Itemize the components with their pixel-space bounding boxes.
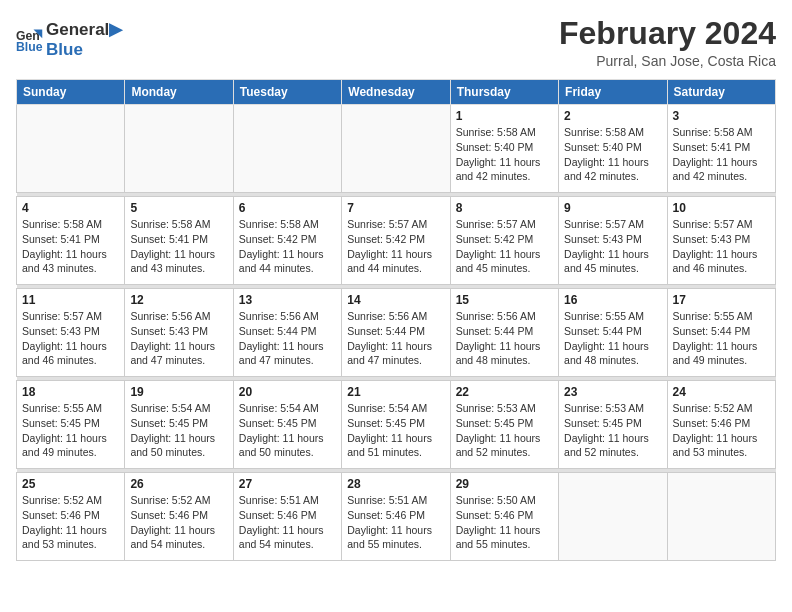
day-info: Sunrise: 5:54 AM Sunset: 5:45 PM Dayligh… <box>130 401 227 460</box>
calendar-day: 15Sunrise: 5:56 AM Sunset: 5:44 PM Dayli… <box>450 289 558 377</box>
day-number: 6 <box>239 201 336 215</box>
calendar-week-2: 4Sunrise: 5:58 AM Sunset: 5:41 PM Daylig… <box>17 197 776 285</box>
calendar-day: 28Sunrise: 5:51 AM Sunset: 5:46 PM Dayli… <box>342 473 450 561</box>
calendar-day <box>125 105 233 193</box>
day-number: 1 <box>456 109 553 123</box>
day-number: 5 <box>130 201 227 215</box>
calendar-week-5: 25Sunrise: 5:52 AM Sunset: 5:46 PM Dayli… <box>17 473 776 561</box>
calendar-day: 22Sunrise: 5:53 AM Sunset: 5:45 PM Dayli… <box>450 381 558 469</box>
calendar-day: 14Sunrise: 5:56 AM Sunset: 5:44 PM Dayli… <box>342 289 450 377</box>
day-info: Sunrise: 5:52 AM Sunset: 5:46 PM Dayligh… <box>673 401 770 460</box>
day-info: Sunrise: 5:51 AM Sunset: 5:46 PM Dayligh… <box>239 493 336 552</box>
day-number: 28 <box>347 477 444 491</box>
day-number: 20 <box>239 385 336 399</box>
title-section: February 2024 Purral, San Jose, Costa Ri… <box>559 16 776 69</box>
day-number: 7 <box>347 201 444 215</box>
day-info: Sunrise: 5:58 AM Sunset: 5:41 PM Dayligh… <box>673 125 770 184</box>
day-number: 10 <box>673 201 770 215</box>
day-info: Sunrise: 5:56 AM Sunset: 5:44 PM Dayligh… <box>239 309 336 368</box>
day-number: 27 <box>239 477 336 491</box>
day-info: Sunrise: 5:54 AM Sunset: 5:45 PM Dayligh… <box>239 401 336 460</box>
calendar-day: 8Sunrise: 5:57 AM Sunset: 5:42 PM Daylig… <box>450 197 558 285</box>
calendar-day: 21Sunrise: 5:54 AM Sunset: 5:45 PM Dayli… <box>342 381 450 469</box>
calendar-header-row: Sunday Monday Tuesday Wednesday Thursday… <box>17 80 776 105</box>
calendar-day: 11Sunrise: 5:57 AM Sunset: 5:43 PM Dayli… <box>17 289 125 377</box>
logo-line1: General▶ <box>46 20 122 40</box>
col-tuesday: Tuesday <box>233 80 341 105</box>
day-number: 23 <box>564 385 661 399</box>
calendar-day: 17Sunrise: 5:55 AM Sunset: 5:44 PM Dayli… <box>667 289 775 377</box>
calendar-day: 18Sunrise: 5:55 AM Sunset: 5:45 PM Dayli… <box>17 381 125 469</box>
day-info: Sunrise: 5:51 AM Sunset: 5:46 PM Dayligh… <box>347 493 444 552</box>
col-sunday: Sunday <box>17 80 125 105</box>
day-number: 11 <box>22 293 119 307</box>
day-info: Sunrise: 5:55 AM Sunset: 5:44 PM Dayligh… <box>564 309 661 368</box>
day-number: 18 <box>22 385 119 399</box>
day-number: 16 <box>564 293 661 307</box>
calendar-day: 4Sunrise: 5:58 AM Sunset: 5:41 PM Daylig… <box>17 197 125 285</box>
calendar-day <box>559 473 667 561</box>
calendar-day: 2Sunrise: 5:58 AM Sunset: 5:40 PM Daylig… <box>559 105 667 193</box>
calendar-day: 19Sunrise: 5:54 AM Sunset: 5:45 PM Dayli… <box>125 381 233 469</box>
day-number: 14 <box>347 293 444 307</box>
logo-line2: Blue <box>46 40 122 60</box>
calendar-day: 24Sunrise: 5:52 AM Sunset: 5:46 PM Dayli… <box>667 381 775 469</box>
calendar-day: 3Sunrise: 5:58 AM Sunset: 5:41 PM Daylig… <box>667 105 775 193</box>
day-number: 4 <box>22 201 119 215</box>
day-info: Sunrise: 5:56 AM Sunset: 5:43 PM Dayligh… <box>130 309 227 368</box>
day-info: Sunrise: 5:57 AM Sunset: 5:42 PM Dayligh… <box>456 217 553 276</box>
day-number: 3 <box>673 109 770 123</box>
calendar-day <box>667 473 775 561</box>
day-number: 25 <box>22 477 119 491</box>
header: Gen Blue General▶ Blue February 2024 Pur… <box>16 16 776 69</box>
calendar-day <box>17 105 125 193</box>
day-info: Sunrise: 5:52 AM Sunset: 5:46 PM Dayligh… <box>22 493 119 552</box>
day-info: Sunrise: 5:58 AM Sunset: 5:41 PM Dayligh… <box>22 217 119 276</box>
svg-text:Blue: Blue <box>16 39 43 53</box>
calendar-day: 16Sunrise: 5:55 AM Sunset: 5:44 PM Dayli… <box>559 289 667 377</box>
calendar-week-4: 18Sunrise: 5:55 AM Sunset: 5:45 PM Dayli… <box>17 381 776 469</box>
col-friday: Friday <box>559 80 667 105</box>
calendar-day: 10Sunrise: 5:57 AM Sunset: 5:43 PM Dayli… <box>667 197 775 285</box>
calendar-day: 23Sunrise: 5:53 AM Sunset: 5:45 PM Dayli… <box>559 381 667 469</box>
calendar-day: 26Sunrise: 5:52 AM Sunset: 5:46 PM Dayli… <box>125 473 233 561</box>
day-info: Sunrise: 5:55 AM Sunset: 5:44 PM Dayligh… <box>673 309 770 368</box>
day-number: 21 <box>347 385 444 399</box>
day-info: Sunrise: 5:56 AM Sunset: 5:44 PM Dayligh… <box>456 309 553 368</box>
day-number: 24 <box>673 385 770 399</box>
day-number: 15 <box>456 293 553 307</box>
calendar-week-1: 1Sunrise: 5:58 AM Sunset: 5:40 PM Daylig… <box>17 105 776 193</box>
day-number: 13 <box>239 293 336 307</box>
col-monday: Monday <box>125 80 233 105</box>
col-thursday: Thursday <box>450 80 558 105</box>
day-number: 26 <box>130 477 227 491</box>
calendar: Sunday Monday Tuesday Wednesday Thursday… <box>16 79 776 561</box>
day-info: Sunrise: 5:56 AM Sunset: 5:44 PM Dayligh… <box>347 309 444 368</box>
calendar-day: 12Sunrise: 5:56 AM Sunset: 5:43 PM Dayli… <box>125 289 233 377</box>
day-info: Sunrise: 5:57 AM Sunset: 5:43 PM Dayligh… <box>22 309 119 368</box>
day-number: 22 <box>456 385 553 399</box>
calendar-day: 25Sunrise: 5:52 AM Sunset: 5:46 PM Dayli… <box>17 473 125 561</box>
location: Purral, San Jose, Costa Rica <box>559 53 776 69</box>
day-info: Sunrise: 5:50 AM Sunset: 5:46 PM Dayligh… <box>456 493 553 552</box>
day-number: 12 <box>130 293 227 307</box>
calendar-day: 20Sunrise: 5:54 AM Sunset: 5:45 PM Dayli… <box>233 381 341 469</box>
day-info: Sunrise: 5:53 AM Sunset: 5:45 PM Dayligh… <box>456 401 553 460</box>
calendar-week-3: 11Sunrise: 5:57 AM Sunset: 5:43 PM Dayli… <box>17 289 776 377</box>
day-info: Sunrise: 5:52 AM Sunset: 5:46 PM Dayligh… <box>130 493 227 552</box>
calendar-day: 13Sunrise: 5:56 AM Sunset: 5:44 PM Dayli… <box>233 289 341 377</box>
day-info: Sunrise: 5:58 AM Sunset: 5:41 PM Dayligh… <box>130 217 227 276</box>
calendar-day: 1Sunrise: 5:58 AM Sunset: 5:40 PM Daylig… <box>450 105 558 193</box>
calendar-day: 27Sunrise: 5:51 AM Sunset: 5:46 PM Dayli… <box>233 473 341 561</box>
logo: Gen Blue General▶ Blue <box>16 20 122 59</box>
col-wednesday: Wednesday <box>342 80 450 105</box>
calendar-day: 9Sunrise: 5:57 AM Sunset: 5:43 PM Daylig… <box>559 197 667 285</box>
col-saturday: Saturday <box>667 80 775 105</box>
day-info: Sunrise: 5:58 AM Sunset: 5:40 PM Dayligh… <box>564 125 661 184</box>
day-info: Sunrise: 5:57 AM Sunset: 5:43 PM Dayligh… <box>673 217 770 276</box>
calendar-day <box>342 105 450 193</box>
month-title: February 2024 <box>559 16 776 51</box>
day-number: 17 <box>673 293 770 307</box>
day-number: 29 <box>456 477 553 491</box>
calendar-day: 5Sunrise: 5:58 AM Sunset: 5:41 PM Daylig… <box>125 197 233 285</box>
